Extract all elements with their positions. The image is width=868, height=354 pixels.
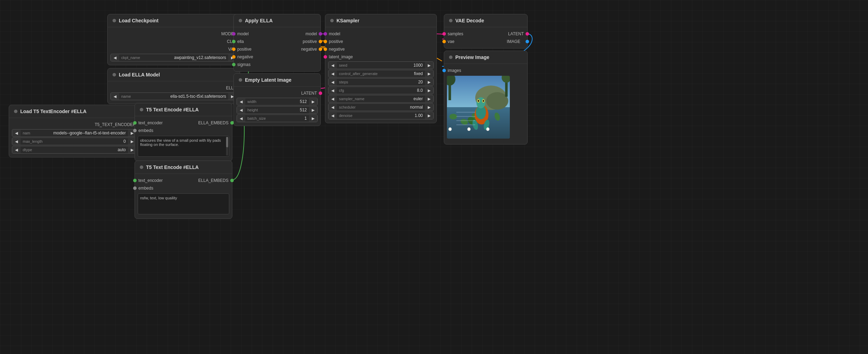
scheduler-label: scheduler <box>337 105 358 109</box>
t5-encode-neg-node: T5 Text Encode #ELLA text_encoder ELLA_E… <box>135 161 232 219</box>
control-prev-btn[interactable]: ◀ <box>328 71 337 77</box>
width-prev-btn[interactable]: ◀ <box>237 98 245 105</box>
t5-name-field[interactable]: ◀ nam models--google--flan-t5-xl-text-en… <box>12 129 137 137</box>
cfg-value: 8.0 <box>346 87 425 94</box>
model-output-port: MODEL <box>108 30 240 38</box>
max-length-value: 0 <box>45 138 128 145</box>
max-length-field[interactable]: ◀ max_length 0 ▶ <box>12 138 137 145</box>
control-field[interactable]: ◀ control_after_generate fixed ▶ <box>328 70 434 78</box>
t5-pos-text-area[interactable]: obscures the view of a small pond with l… <box>138 136 229 157</box>
node-status-dot <box>449 19 453 22</box>
t5-pos-text: obscures the view of a small pond with l… <box>140 138 221 147</box>
cfg-prev-btn[interactable]: ◀ <box>328 87 337 94</box>
node-status-dot <box>330 19 334 22</box>
dtype-value: auto <box>34 146 128 153</box>
t5-pos-embeds-label: embeds <box>135 128 157 133</box>
sampler-next-btn[interactable]: ▶ <box>425 96 433 102</box>
batch-value: 1 <box>268 115 309 122</box>
width-field[interactable]: ◀ width 512 ▶ <box>237 98 318 105</box>
batch-size-field[interactable]: ◀ batch_size 1 ▶ <box>237 115 318 122</box>
width-next-btn[interactable]: ▶ <box>309 98 317 105</box>
scheduler-field[interactable]: ◀ scheduler normal ▶ <box>328 103 434 111</box>
scrollbar-track[interactable] <box>226 137 228 156</box>
cfg-field[interactable]: ◀ cfg 8.0 ▶ <box>328 87 434 94</box>
ksampler-title: KSampler <box>337 18 359 23</box>
t5-neg-text: nsfw, text, low quaility <box>140 196 177 200</box>
denoise-prev-btn[interactable]: ◀ <box>328 112 337 119</box>
max-length-prev-btn[interactable]: ◀ <box>12 138 21 145</box>
apply-ella-sigmas-label: sigmas <box>234 62 254 67</box>
max-length-label: max_length <box>21 139 45 143</box>
ksampler-node: KSampler model positive negative latent_… <box>325 14 437 123</box>
ella-name-field[interactable]: ◀ name ella-sd1.5-tsc-t5xl.safetensors ▶ <box>110 93 237 100</box>
seed-next-btn[interactable]: ▶ <box>425 62 433 69</box>
ella-name-prev-btn[interactable]: ◀ <box>111 93 119 100</box>
samples-in-dot <box>442 32 446 36</box>
denoise-next-btn[interactable]: ▶ <box>425 112 433 119</box>
cfg-next-btn[interactable]: ▶ <box>425 87 433 94</box>
height-next-btn[interactable]: ▶ <box>309 107 317 113</box>
scheduler-next-btn[interactable]: ▶ <box>425 104 433 111</box>
t5-name-prev-btn[interactable]: ◀ <box>12 130 21 137</box>
seed-label: seed <box>337 63 349 67</box>
t5-encode-pos-body: text_encoder ELLA_EMBEDS embeds obscures… <box>135 116 232 161</box>
scrollbar-thumb[interactable] <box>226 137 228 147</box>
vae-decode-node: VAE Decode samples LATENT vae IMAGE <box>444 14 528 49</box>
control-value: fixed <box>380 70 425 77</box>
height-prev-btn[interactable]: ◀ <box>237 107 245 113</box>
load-t5-header: Load T5 TextEncoder #ELLA <box>9 105 139 118</box>
t5-neg-embeds-label: embeds <box>135 186 157 191</box>
dtype-label: dtype <box>21 148 34 152</box>
scheduler-prev-btn[interactable]: ◀ <box>328 104 337 111</box>
ksampler-model-in-dot <box>324 32 327 36</box>
steps-prev-btn[interactable]: ◀ <box>328 79 337 86</box>
seed-field[interactable]: ◀ seed 1000 ▶ <box>328 61 434 69</box>
ksampler-negative-label: negative <box>325 47 348 52</box>
seed-prev-btn[interactable]: ◀ <box>328 62 337 69</box>
scheduler-value: normal <box>358 104 425 111</box>
width-value: 512 <box>259 98 309 105</box>
ksampler-positive-label: positive <box>325 39 347 44</box>
vae-decode-header: VAE Decode <box>444 14 527 27</box>
apply-ella-negative-out-dot <box>319 47 322 51</box>
samples-input-port: samples LATENT <box>444 30 527 38</box>
ksampler-model-port: model <box>325 30 436 38</box>
control-label: control_after_generate <box>337 72 380 76</box>
apply-ella-node: Apply ELLA model model ella positive pos… <box>233 14 321 72</box>
t5-encode-neg-body: text_encoder ELLA_EMBEDS embeds nsfw, te… <box>135 174 232 219</box>
latent-output-dot <box>319 91 322 95</box>
apply-ella-negative-out-label: negative <box>255 47 320 52</box>
t5-pos-embeds-dot <box>133 129 137 132</box>
apply-ella-positive-out-label: positive <box>247 39 320 44</box>
sampler-name-value: euler <box>367 95 425 102</box>
node-status-dot <box>140 165 143 169</box>
ckpt-name-prev-btn[interactable]: ◀ <box>111 54 119 61</box>
apply-ella-model-input-dot <box>232 32 236 36</box>
preview-image-container <box>447 76 510 139</box>
t5-neg-text-area[interactable]: nsfw, text, low quaility <box>138 193 229 214</box>
denoise-field[interactable]: ◀ denoise 1.00 ▶ <box>328 112 434 119</box>
height-field[interactable]: ◀ height 512 ▶ <box>237 106 318 114</box>
steps-label: steps <box>337 80 350 84</box>
ksampler-latent-label: latent_image <box>325 54 356 59</box>
sampler-prev-btn[interactable]: ◀ <box>328 96 337 102</box>
steps-next-btn[interactable]: ▶ <box>425 79 433 86</box>
clip-output-port: CLIP <box>108 38 240 45</box>
steps-field[interactable]: ◀ steps 20 ▶ <box>328 78 434 86</box>
control-next-btn[interactable]: ▶ <box>425 71 433 77</box>
images-in-dot <box>442 69 446 72</box>
ksampler-model-label: model <box>325 31 344 36</box>
apply-ella-negative-in-dot <box>232 55 236 59</box>
dtype-field[interactable]: ◀ dtype auto ▶ <box>12 146 137 154</box>
batch-prev-btn[interactable]: ◀ <box>237 115 245 122</box>
t5-encoder-output: T5_TEXT_ENCODER <box>9 121 139 128</box>
latent-in-dot <box>526 32 529 36</box>
dtype-prev-btn[interactable]: ◀ <box>12 147 21 153</box>
node-status-dot <box>239 78 242 82</box>
apply-ella-model-input: model model <box>234 30 320 38</box>
node-status-dot <box>140 108 143 111</box>
sampler-name-field[interactable]: ◀ sampler_name euler ▶ <box>328 95 434 103</box>
batch-next-btn[interactable]: ▶ <box>309 115 317 122</box>
apply-ella-ella-label: ella <box>234 39 247 44</box>
ckpt-name-field[interactable]: ◀ ckpt_name awpainting_v12.safetensors ▶ <box>110 54 237 61</box>
